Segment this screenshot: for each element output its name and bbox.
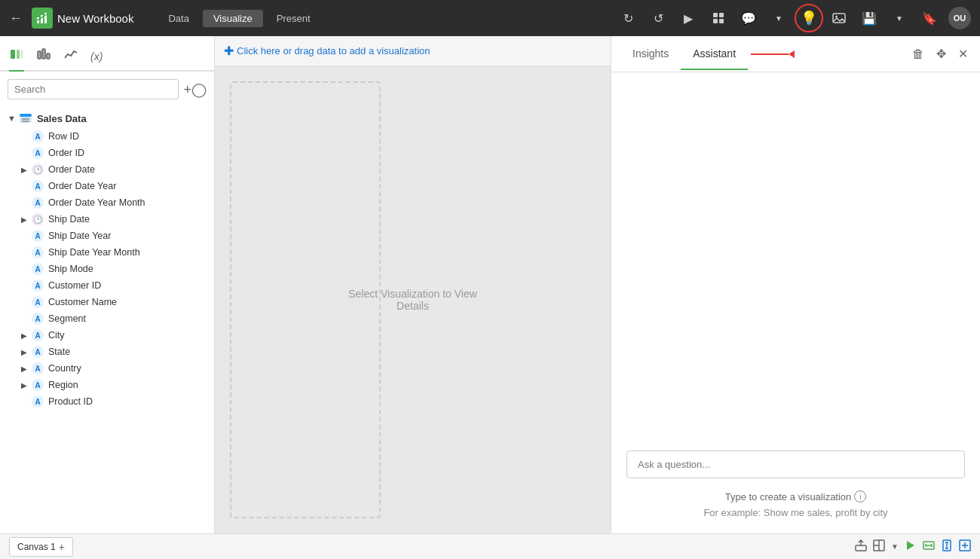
save-button[interactable]: 💾 <box>858 7 880 29</box>
field-label: Order Date Year Month <box>48 197 145 208</box>
field-type-icon: A <box>32 263 44 275</box>
tab-assistant[interactable]: Assistant <box>681 38 748 70</box>
field-type-icon: A <box>32 296 44 308</box>
nav-data[interactable]: Data <box>158 10 199 27</box>
logo-icon <box>32 8 53 29</box>
grid-button[interactable] <box>707 7 730 29</box>
right-panel: Insights Assistant 🗑 ✥ ✕ <box>611 36 980 533</box>
right-panel-actions: 🗑 ✥ ✕ <box>909 44 971 64</box>
field-item[interactable]: ▶ACity <box>0 327 214 344</box>
field-item[interactable]: ACustomer ID <box>0 277 214 294</box>
field-caret-icon: ▶ <box>21 331 29 340</box>
field-item[interactable]: ▶ARegion <box>0 377 214 393</box>
search-input[interactable] <box>8 79 179 99</box>
field-item[interactable]: ARow ID <box>0 128 214 145</box>
field-label: Ship Mode <box>48 264 93 274</box>
back-button[interactable]: ← <box>9 11 23 26</box>
field-item[interactable]: ▶🕐Ship Date <box>0 211 214 228</box>
field-item[interactable]: AShip Mode <box>0 261 214 277</box>
field-type-icon: A <box>32 346 44 358</box>
expand-panel-button[interactable]: ✥ <box>933 44 949 64</box>
tab-data[interactable] <box>9 42 24 72</box>
svg-rect-12 <box>38 51 41 59</box>
field-item[interactable]: ▶AState <box>0 344 214 360</box>
nav-present[interactable]: Present <box>266 10 321 27</box>
workbook-title: New Workbook <box>57 12 133 25</box>
nav-visualize[interactable]: Visualize <box>203 10 263 27</box>
field-item[interactable]: AOrder Date Year Month <box>0 194 214 211</box>
add-canvas-button[interactable]: + <box>59 541 65 553</box>
field-label: State <box>48 347 70 357</box>
bottom-actions: ▼ <box>855 539 971 554</box>
layout-button[interactable] <box>873 539 885 554</box>
ask-question-input[interactable] <box>626 451 965 478</box>
data-source-header[interactable]: ▼ Sales Data <box>0 108 214 128</box>
right-panel-header: Insights Assistant 🗑 ✥ ✕ <box>611 36 980 72</box>
field-type-icon: A <box>32 230 44 242</box>
field-type-icon: A <box>32 396 44 408</box>
field-item[interactable]: ▶🕐Order Date <box>0 161 214 178</box>
redo-button[interactable]: ↺ <box>647 7 669 29</box>
export-button[interactable] <box>855 539 867 554</box>
fit-both-button[interactable] <box>959 539 971 554</box>
topbar: ← New Workbook Data Visualize Present ↻ … <box>0 0 980 36</box>
arrow-group <box>751 50 795 58</box>
svg-rect-6 <box>719 19 724 23</box>
hint-example: For example: Show me sales, profit by ci… <box>703 507 887 518</box>
tab-trend[interactable] <box>63 42 78 72</box>
topbar-icons: ↻ ↺ ▶ 💬 ▼ 💡 💾 ▼ 🔖 <box>617 7 971 29</box>
present-button[interactable] <box>905 539 917 554</box>
run-button[interactable]: ▶ <box>677 7 700 29</box>
tab-formula[interactable]: (x) <box>90 44 103 70</box>
layout-dropdown[interactable]: ▼ <box>891 542 899 551</box>
svg-rect-4 <box>719 13 724 17</box>
field-item[interactable]: AShip Date Year Month <box>0 244 214 261</box>
svg-rect-3 <box>713 13 718 17</box>
tab-chart[interactable] <box>36 42 51 72</box>
canvas-topbar[interactable]: ✚ Click here or drag data to add a visua… <box>215 36 611 66</box>
field-label: Order ID <box>48 148 84 158</box>
save-dropdown[interactable]: ▼ <box>888 7 911 29</box>
svg-point-8 <box>835 16 838 18</box>
info-icon[interactable]: i <box>854 490 866 502</box>
bottom-bar: Canvas 1 + ▼ <box>0 533 980 559</box>
field-item[interactable]: AProduct ID <box>0 393 214 410</box>
tab-insights[interactable]: Insights <box>620 38 681 70</box>
user-avatar[interactable]: OU <box>948 7 971 29</box>
field-label: Ship Date Year <box>48 231 111 241</box>
canvas-area: ✚ Click here or drag data to add a visua… <box>215 36 611 533</box>
field-item[interactable]: ASegment <box>0 310 214 327</box>
hint-text: Type to create a visualization i <box>725 490 867 502</box>
close-panel-button[interactable]: ✕ <box>955 44 971 64</box>
fit-height-button[interactable] <box>941 539 953 554</box>
bookmark-button[interactable]: 🔖 <box>918 7 941 29</box>
field-item[interactable]: AOrder ID <box>0 145 214 161</box>
add-field-button[interactable]: +◯ <box>183 81 207 98</box>
image-button[interactable] <box>828 7 850 29</box>
field-type-icon: A <box>32 130 44 142</box>
field-item[interactable]: ACustomer Name <box>0 294 214 310</box>
field-label: Order Date <box>48 164 95 175</box>
field-item[interactable]: ▶ACountry <box>0 360 214 377</box>
svg-marker-23 <box>907 541 914 550</box>
fit-width-button[interactable] <box>923 539 935 554</box>
field-item[interactable]: AOrder Date Year <box>0 178 214 194</box>
assistant-button[interactable]: 💡 <box>798 7 820 29</box>
canvas-dashed-box <box>230 81 381 518</box>
canvas-tab[interactable]: Canvas 1 + <box>9 537 73 557</box>
field-item[interactable]: AShip Date Year <box>0 228 214 244</box>
comment-dropdown[interactable]: ▼ <box>767 7 790 29</box>
canvas-hint-text: Click here or drag data to add a visuali… <box>237 45 430 57</box>
svg-rect-14 <box>47 53 50 59</box>
field-type-icon: A <box>32 197 44 209</box>
svg-rect-11 <box>21 50 23 59</box>
top-nav: Data Visualize Present <box>158 10 320 27</box>
svg-rect-13 <box>42 49 45 59</box>
undo-button[interactable]: ↻ <box>617 7 639 29</box>
field-label: Region <box>48 380 78 390</box>
field-type-icon: A <box>32 329 44 341</box>
field-type-icon: A <box>32 147 44 159</box>
data-source-caret: ▼ <box>8 114 16 123</box>
delete-panel-button[interactable]: 🗑 <box>909 44 927 64</box>
comment-button[interactable]: 💬 <box>737 7 760 29</box>
